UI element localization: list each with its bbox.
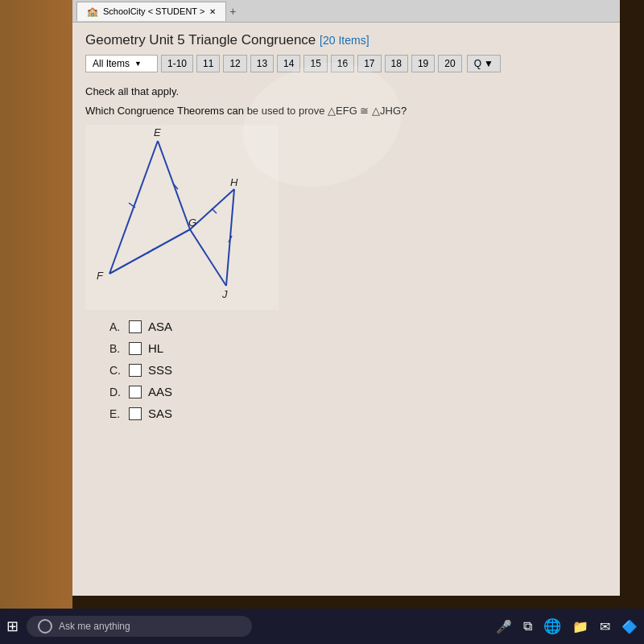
nav-btn-14[interactable]: 14: [277, 55, 300, 72]
svg-line-4: [190, 229, 226, 286]
label-F: F: [97, 270, 104, 282]
taskbar-search-bar[interactable]: Ask me anything: [27, 616, 252, 637]
option-B: B. HL: [109, 341, 607, 355]
option-A: A. ASA: [109, 320, 607, 333]
checkbox-D[interactable]: [129, 386, 142, 398]
page-content: Geometry Unit 5 Triangle Congruence [20 …: [72, 23, 620, 596]
checkbox-E[interactable]: [129, 407, 142, 420]
windows-start-icon[interactable]: ⊞: [6, 617, 19, 635]
option-C-letter: C.: [109, 364, 122, 377]
diagram-container: E H G F J: [85, 125, 279, 310]
option-D: D. AAS: [109, 385, 607, 398]
tab-icon: 🏫: [87, 6, 98, 17]
taskbar-multitask-icon[interactable]: ⧉: [523, 619, 532, 634]
nav-btn-13[interactable]: 13: [250, 55, 274, 72]
taskbar-edge2-icon[interactable]: 🔷: [621, 619, 638, 634]
taskbar-system-icons: 🎤 ⧉ 🌐 📁 ✉ 🔷: [496, 617, 638, 635]
option-A-letter: A.: [109, 320, 122, 333]
svg-line-7: [147, 249, 154, 254]
browser-window: 🏫 SchoolCity < STUDENT > ✕ + Geometry Un…: [72, 0, 620, 596]
option-E: E. SAS: [109, 407, 607, 420]
search-button[interactable]: Q ▼: [467, 55, 501, 72]
option-A-label: ASA: [148, 320, 172, 333]
instruction-line2: Which Congruence Theorems can be used to…: [85, 103, 607, 119]
taskbar-mail-icon[interactable]: ✉: [600, 619, 610, 634]
option-C-label: SSS: [148, 363, 172, 377]
nav-btn-16[interactable]: 16: [331, 55, 354, 72]
tab-label: SchoolCity < STUDENT >: [103, 6, 204, 16]
nav-btn-15[interactable]: 15: [303, 55, 327, 72]
label-E: E: [154, 126, 161, 138]
title-text: Geometry Unit 5 Triangle Congruence: [85, 32, 316, 47]
page-title: Geometry Unit 5 Triangle Congruence [20 …: [85, 32, 607, 48]
navigation-bar: All Items ▼ 1-10 11 12 13 14 15 16 17 18…: [85, 55, 607, 72]
taskbar-search-text: Ask me anything: [59, 621, 130, 632]
option-E-letter: E.: [109, 407, 122, 420]
option-D-letter: D.: [109, 386, 122, 398]
search-dropdown-arrow-icon: ▼: [484, 58, 493, 69]
answer-options: A. ASA B. HL C. SSS D. AAS: [109, 320, 607, 420]
option-C: C. SSS: [109, 363, 607, 377]
option-B-label: HL: [148, 341, 163, 355]
triangle-diagram: E H G F J: [85, 125, 279, 310]
question-area: Check all that apply. Which Congruence T…: [85, 84, 607, 420]
nav-btn-12[interactable]: 12: [223, 55, 246, 72]
svg-line-10: [212, 208, 217, 213]
label-G: G: [188, 217, 196, 229]
label-H: H: [230, 176, 238, 188]
option-D-label: AAS: [148, 385, 172, 398]
svg-line-0: [109, 141, 158, 274]
taskbar-folder-icon[interactable]: 📁: [572, 619, 588, 634]
browser-tab[interactable]: 🏫 SchoolCity < STUDENT > ✕: [76, 2, 226, 21]
item-count: [20 Items]: [320, 34, 369, 47]
tab-bar: 🏫 SchoolCity < STUDENT > ✕ +: [72, 0, 620, 23]
new-tab-button[interactable]: +: [229, 5, 236, 18]
nav-range-button[interactable]: 1-10: [161, 55, 193, 72]
taskbar-edge-icon[interactable]: 🌐: [543, 617, 561, 635]
taskbar-mic-icon[interactable]: 🎤: [496, 619, 512, 634]
checkbox-B[interactable]: [129, 342, 142, 355]
dropdown-arrow-icon: ▼: [134, 60, 142, 68]
option-B-letter: B.: [109, 342, 122, 355]
tab-close-button[interactable]: ✕: [209, 7, 216, 16]
search-label: Q: [474, 58, 481, 69]
label-J: J: [221, 288, 228, 300]
checkbox-C[interactable]: [129, 364, 142, 377]
nav-btn-20[interactable]: 20: [438, 55, 461, 72]
desk-surface: [0, 0, 72, 644]
taskbar: ⊞ Ask me anything 🎤 ⧉ 🌐 📁 ✉ 🔷: [0, 609, 644, 644]
dropdown-label: All Items: [93, 58, 130, 69]
svg-line-5: [226, 189, 234, 286]
instruction-line1: Check all that apply.: [85, 84, 607, 100]
nav-btn-17[interactable]: 17: [357, 55, 381, 72]
option-E-label: SAS: [148, 407, 172, 420]
nav-btn-19[interactable]: 19: [411, 55, 435, 72]
all-items-dropdown[interactable]: All Items ▼: [85, 55, 158, 72]
nav-btn-18[interactable]: 18: [385, 55, 408, 72]
nav-btn-11[interactable]: 11: [196, 55, 220, 72]
search-circle-icon: [38, 619, 52, 634]
checkbox-A[interactable]: [129, 320, 142, 333]
